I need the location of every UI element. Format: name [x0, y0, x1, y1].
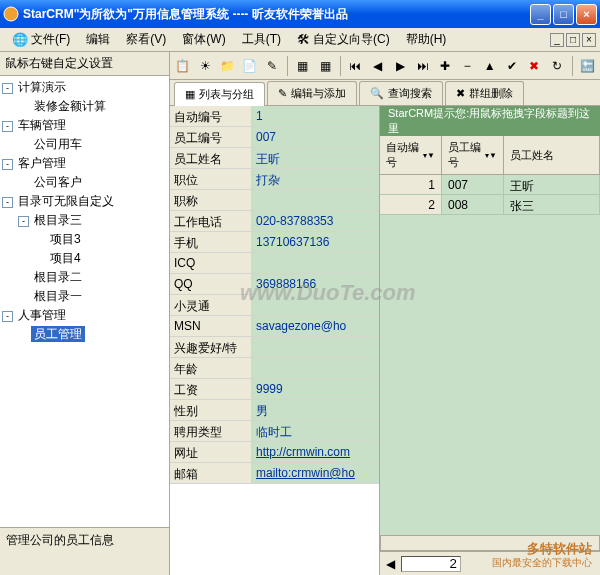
tree-label[interactable]: 客户管理	[15, 155, 69, 171]
field-value[interactable]: mailto:crmwin@ho	[252, 463, 379, 483]
tree-label[interactable]: 项目3	[47, 231, 84, 247]
col-empid[interactable]: 员工编号▾▼	[442, 136, 504, 174]
tb-btn-5[interactable]: ✎	[262, 55, 283, 77]
menu-tools[interactable]: 工具(T)	[234, 29, 289, 50]
expander-icon[interactable]: -	[2, 121, 13, 132]
field-value[interactable]: http://crmwin.com	[252, 442, 379, 462]
field-value[interactable]: 王昕	[252, 148, 379, 168]
grid-row[interactable]: 2008张三	[380, 195, 600, 215]
mdi-restore-button[interactable]: □	[566, 33, 580, 47]
tree-label[interactable]: 根目录二	[31, 269, 85, 285]
page-input[interactable]	[401, 556, 461, 572]
tree-node[interactable]: -根目录三	[2, 211, 167, 230]
menu-view[interactable]: 察看(V)	[118, 29, 174, 50]
expander-icon[interactable]: -	[18, 216, 29, 227]
nav-last-button[interactable]: ⏭	[412, 55, 433, 77]
field-value[interactable]: 369888166	[252, 274, 379, 294]
tb-btn-3[interactable]: 📁	[217, 55, 238, 77]
field-value[interactable]	[252, 253, 379, 273]
tree-node[interactable]: 项目3	[2, 230, 167, 249]
expander-icon[interactable]: -	[2, 83, 13, 94]
tree-label[interactable]: 人事管理	[15, 307, 69, 323]
tree-node[interactable]: -人事管理	[2, 306, 167, 325]
maximize-button[interactable]: □	[553, 4, 574, 25]
field-value[interactable]	[252, 358, 379, 378]
nav-tree[interactable]: -计算演示装修金额计算-车辆管理公司用车-客户管理公司客户-目录可无限自定义-根…	[0, 76, 169, 527]
tree-label[interactable]: 计算演示	[15, 79, 69, 95]
grid-cell[interactable]: 张三	[504, 195, 600, 214]
tree-label[interactable]: 员工管理	[31, 326, 85, 342]
tree-node[interactable]: 员工管理	[2, 325, 167, 344]
tree-node[interactable]: -计算演示	[2, 78, 167, 97]
tree-label[interactable]: 目录可无限自定义	[15, 193, 117, 209]
expander-icon[interactable]: -	[2, 159, 13, 170]
grid-group-hint[interactable]: StarCRM提示您:用鼠标拖拽字段标题到这里	[380, 106, 600, 136]
field-value[interactable]: 9999	[252, 379, 379, 399]
field-value[interactable]	[252, 295, 379, 315]
tree-node[interactable]: 根目录二	[2, 268, 167, 287]
grid-cell[interactable]: 1	[380, 175, 442, 194]
tree-label[interactable]: 根目录三	[31, 212, 85, 228]
tree-node[interactable]: 公司客户	[2, 173, 167, 192]
tree-node[interactable]: -客户管理	[2, 154, 167, 173]
tree-label[interactable]: 装修金额计算	[31, 98, 109, 114]
field-value[interactable]	[252, 190, 379, 210]
field-value[interactable]: 打杂	[252, 169, 379, 189]
tb-btn-2[interactable]: ☀	[194, 55, 215, 77]
tab-group[interactable]: ✖群组删除	[445, 81, 524, 105]
tree-node[interactable]: -车辆管理	[2, 116, 167, 135]
menu-help[interactable]: 帮助(H)	[398, 29, 455, 50]
field-value[interactable]: 13710637136	[252, 232, 379, 252]
field-value[interactable]: 1	[252, 106, 379, 126]
expander-icon[interactable]: -	[2, 197, 13, 208]
nav-cancel-button[interactable]: ✖	[524, 55, 545, 77]
nav-edit-button[interactable]: ▲	[479, 55, 500, 77]
tree-node[interactable]: -目录可无限自定义	[2, 192, 167, 211]
tab-search[interactable]: 🔍查询搜索	[359, 81, 443, 105]
expander-icon[interactable]: -	[2, 311, 13, 322]
mdi-close-button[interactable]: ×	[582, 33, 596, 47]
minimize-button[interactable]: _	[530, 4, 551, 25]
tree-node[interactable]: 根目录一	[2, 287, 167, 306]
tb-btn-1[interactable]: 📋	[172, 55, 193, 77]
grid-cell[interactable]: 2	[380, 195, 442, 214]
menu-file[interactable]: 🌐文件(F)	[4, 29, 78, 50]
field-value[interactable]	[252, 337, 379, 357]
tree-label[interactable]: 车辆管理	[15, 117, 69, 133]
close-button[interactable]: ×	[576, 4, 597, 25]
tb-exit-button[interactable]: 🔚	[577, 55, 598, 77]
tb-grid1-icon[interactable]: ▦	[292, 55, 313, 77]
tb-grid2-icon[interactable]: ▦	[314, 55, 335, 77]
tree-node[interactable]: 装修金额计算	[2, 97, 167, 116]
nav-confirm-button[interactable]: ✔	[501, 55, 522, 77]
tree-label[interactable]: 根目录一	[31, 288, 85, 304]
tree-label[interactable]: 公司用车	[31, 136, 85, 152]
tree-label[interactable]: 公司客户	[31, 174, 85, 190]
grid-body[interactable]: 1007王昕2008张三	[380, 175, 600, 535]
menu-wizard[interactable]: 🛠自定义向导(C)	[289, 29, 398, 50]
grid-row[interactable]: 1007王昕	[380, 175, 600, 195]
nav-remove-button[interactable]: −	[457, 55, 478, 77]
field-value[interactable]: 007	[252, 127, 379, 147]
grid-cell[interactable]: 008	[442, 195, 504, 214]
tab-list[interactable]: ▦列表与分组	[174, 82, 265, 106]
tab-edit[interactable]: ✎编辑与添加	[267, 81, 357, 105]
menu-window[interactable]: 窗体(W)	[174, 29, 233, 50]
menu-edit[interactable]: 编辑	[78, 29, 118, 50]
field-value[interactable]: savagezone@ho	[252, 316, 379, 336]
tree-label[interactable]: 项目4	[47, 250, 84, 266]
arrow-left-icon[interactable]: ◀	[386, 557, 395, 571]
tree-node[interactable]: 项目4	[2, 249, 167, 268]
mdi-min-button[interactable]: _	[550, 33, 564, 47]
nav-first-button[interactable]: ⏮	[345, 55, 366, 77]
tb-btn-4[interactable]: 📄	[239, 55, 260, 77]
nav-prev-button[interactable]: ◀	[367, 55, 388, 77]
grid-cell[interactable]: 王昕	[504, 175, 600, 194]
nav-next-button[interactable]: ▶	[389, 55, 410, 77]
col-autoid[interactable]: 自动编号▾▼	[380, 136, 442, 174]
field-value[interactable]: 020-83788353	[252, 211, 379, 231]
field-value[interactable]: 男	[252, 400, 379, 420]
tree-node[interactable]: 公司用车	[2, 135, 167, 154]
grid-cell[interactable]: 007	[442, 175, 504, 194]
nav-add-button[interactable]: ✚	[434, 55, 455, 77]
